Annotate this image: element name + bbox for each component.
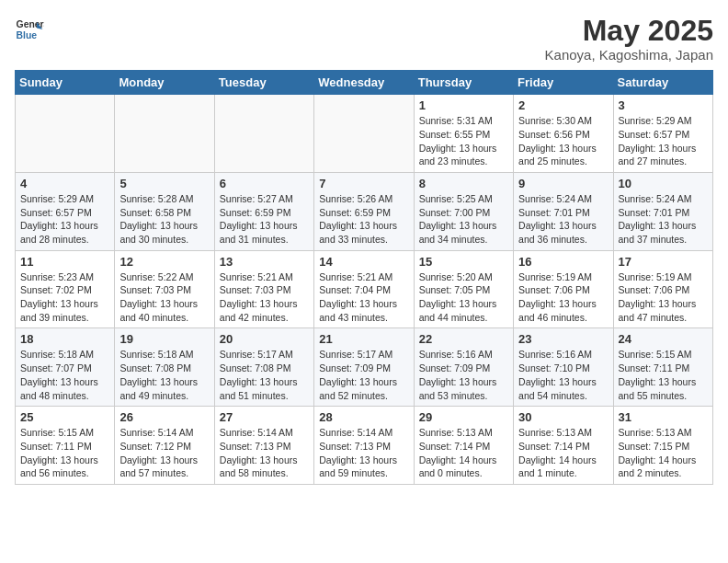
day-cell: 29Sunrise: 5:13 AM Sunset: 7:14 PM Dayli… — [414, 407, 513, 485]
day-detail: Sunrise: 5:26 AM Sunset: 6:59 PM Dayligh… — [319, 192, 408, 247]
day-number: 11 — [20, 255, 109, 269]
weekday-header-row: SundayMondayTuesdayWednesdayThursdayFrid… — [16, 71, 713, 95]
day-detail: Sunrise: 5:30 AM Sunset: 6:56 PM Dayligh… — [518, 114, 608, 168]
day-detail: Sunrise: 5:21 AM Sunset: 7:04 PM Dayligh… — [319, 270, 408, 325]
day-detail: Sunrise: 5:29 AM Sunset: 6:57 PM Dayligh… — [619, 114, 708, 168]
day-detail: Sunrise: 5:23 AM Sunset: 7:02 PM Dayligh… — [20, 270, 109, 325]
day-detail: Sunrise: 5:28 AM Sunset: 6:58 PM Dayligh… — [119, 192, 209, 247]
svg-text:Blue: Blue — [17, 30, 38, 40]
day-cell: 11Sunrise: 5:23 AM Sunset: 7:02 PM Dayli… — [16, 250, 115, 328]
title-block: May 2025 Kanoya, Kagoshima, Japan — [545, 15, 713, 63]
day-cell: 15Sunrise: 5:20 AM Sunset: 7:05 PM Dayli… — [414, 250, 513, 328]
day-cell: 21Sunrise: 5:17 AM Sunset: 7:09 PM Dayli… — [314, 328, 414, 407]
day-detail: Sunrise: 5:13 AM Sunset: 7:15 PM Dayligh… — [619, 426, 708, 480]
day-detail: Sunrise: 5:15 AM Sunset: 7:11 PM Dayligh… — [619, 348, 708, 402]
day-number: 3 — [619, 98, 708, 112]
day-cell: 26Sunrise: 5:14 AM Sunset: 7:12 PM Dayli… — [115, 407, 214, 485]
day-number: 28 — [319, 410, 408, 424]
day-cell — [214, 95, 313, 173]
weekday-header-wednesday: Wednesday — [314, 71, 414, 95]
page-header: General Blue May 2025 Kanoya, Kagoshima,… — [15, 15, 713, 63]
day-number: 25 — [20, 410, 109, 424]
day-cell — [115, 95, 214, 173]
day-number: 10 — [619, 177, 708, 190]
day-cell: 31Sunrise: 5:13 AM Sunset: 7:15 PM Dayli… — [613, 407, 712, 485]
day-detail: Sunrise: 5:24 AM Sunset: 7:01 PM Dayligh… — [518, 192, 608, 247]
day-detail: Sunrise: 5:16 AM Sunset: 7:09 PM Dayligh… — [419, 348, 508, 402]
day-detail: Sunrise: 5:18 AM Sunset: 7:08 PM Dayligh… — [119, 348, 209, 402]
day-detail: Sunrise: 5:25 AM Sunset: 7:00 PM Dayligh… — [419, 192, 508, 247]
day-number: 24 — [619, 332, 708, 346]
day-number: 1 — [419, 98, 508, 112]
day-cell: 14Sunrise: 5:21 AM Sunset: 7:04 PM Dayli… — [314, 250, 414, 328]
day-number: 19 — [119, 332, 209, 346]
day-number: 22 — [419, 332, 508, 346]
weekday-header-monday: Monday — [115, 71, 214, 95]
day-number: 30 — [518, 410, 608, 424]
location-subtitle: Kanoya, Kagoshima, Japan — [545, 47, 713, 63]
day-number: 4 — [20, 177, 109, 190]
day-number: 12 — [119, 255, 209, 269]
day-cell: 8Sunrise: 5:25 AM Sunset: 7:00 PM Daylig… — [414, 172, 513, 250]
calendar-table: SundayMondayTuesdayWednesdayThursdayFrid… — [15, 70, 713, 485]
day-detail: Sunrise: 5:14 AM Sunset: 7:13 PM Dayligh… — [220, 426, 309, 480]
day-detail: Sunrise: 5:14 AM Sunset: 7:12 PM Dayligh… — [119, 426, 209, 480]
day-number: 20 — [220, 332, 309, 346]
day-cell: 20Sunrise: 5:17 AM Sunset: 7:08 PM Dayli… — [214, 328, 313, 407]
week-row-1: 1Sunrise: 5:31 AM Sunset: 6:55 PM Daylig… — [16, 95, 713, 173]
day-number: 17 — [619, 255, 708, 269]
day-detail: Sunrise: 5:17 AM Sunset: 7:09 PM Dayligh… — [319, 348, 408, 402]
day-detail: Sunrise: 5:16 AM Sunset: 7:10 PM Dayligh… — [518, 348, 608, 402]
weekday-header-saturday: Saturday — [613, 71, 712, 95]
day-cell: 16Sunrise: 5:19 AM Sunset: 7:06 PM Dayli… — [514, 250, 613, 328]
day-detail: Sunrise: 5:15 AM Sunset: 7:11 PM Dayligh… — [20, 426, 109, 480]
day-number: 14 — [319, 255, 408, 269]
week-row-5: 25Sunrise: 5:15 AM Sunset: 7:11 PM Dayli… — [16, 407, 713, 485]
day-cell: 30Sunrise: 5:13 AM Sunset: 7:14 PM Dayli… — [514, 407, 613, 485]
day-detail: Sunrise: 5:27 AM Sunset: 6:59 PM Dayligh… — [220, 192, 309, 247]
day-cell: 24Sunrise: 5:15 AM Sunset: 7:11 PM Dayli… — [613, 328, 712, 407]
day-cell: 28Sunrise: 5:14 AM Sunset: 7:13 PM Dayli… — [314, 407, 414, 485]
day-detail: Sunrise: 5:18 AM Sunset: 7:07 PM Dayligh… — [20, 348, 109, 402]
day-number: 7 — [319, 177, 408, 190]
day-number: 13 — [220, 255, 309, 269]
day-detail: Sunrise: 5:21 AM Sunset: 7:03 PM Dayligh… — [220, 270, 309, 325]
logo: General Blue — [15, 15, 44, 44]
day-detail: Sunrise: 5:24 AM Sunset: 7:01 PM Dayligh… — [619, 192, 708, 247]
day-detail: Sunrise: 5:19 AM Sunset: 7:06 PM Dayligh… — [619, 270, 708, 325]
day-detail: Sunrise: 5:17 AM Sunset: 7:08 PM Dayligh… — [220, 348, 309, 402]
day-detail: Sunrise: 5:14 AM Sunset: 7:13 PM Dayligh… — [319, 426, 408, 480]
day-detail: Sunrise: 5:31 AM Sunset: 6:55 PM Dayligh… — [419, 114, 508, 168]
weekday-header-friday: Friday — [514, 71, 613, 95]
day-number: 9 — [518, 177, 608, 190]
day-cell: 7Sunrise: 5:26 AM Sunset: 6:59 PM Daylig… — [314, 172, 414, 250]
day-cell: 23Sunrise: 5:16 AM Sunset: 7:10 PM Dayli… — [514, 328, 613, 407]
day-detail: Sunrise: 5:13 AM Sunset: 7:14 PM Dayligh… — [419, 426, 508, 480]
weekday-header-thursday: Thursday — [414, 71, 513, 95]
day-detail: Sunrise: 5:20 AM Sunset: 7:05 PM Dayligh… — [419, 270, 508, 325]
day-cell: 3Sunrise: 5:29 AM Sunset: 6:57 PM Daylig… — [613, 95, 712, 173]
week-row-3: 11Sunrise: 5:23 AM Sunset: 7:02 PM Dayli… — [16, 250, 713, 328]
day-detail: Sunrise: 5:29 AM Sunset: 6:57 PM Dayligh… — [20, 192, 109, 247]
day-number: 16 — [518, 255, 608, 269]
day-cell: 10Sunrise: 5:24 AM Sunset: 7:01 PM Dayli… — [613, 172, 712, 250]
day-number: 15 — [419, 255, 508, 269]
day-cell: 12Sunrise: 5:22 AM Sunset: 7:03 PM Dayli… — [115, 250, 214, 328]
day-number: 27 — [220, 410, 309, 424]
week-row-4: 18Sunrise: 5:18 AM Sunset: 7:07 PM Dayli… — [16, 328, 713, 407]
day-number: 26 — [119, 410, 209, 424]
day-cell: 13Sunrise: 5:21 AM Sunset: 7:03 PM Dayli… — [214, 250, 313, 328]
day-cell — [314, 95, 414, 173]
day-cell: 22Sunrise: 5:16 AM Sunset: 7:09 PM Dayli… — [414, 328, 513, 407]
weekday-header-sunday: Sunday — [16, 71, 115, 95]
day-cell: 27Sunrise: 5:14 AM Sunset: 7:13 PM Dayli… — [214, 407, 313, 485]
day-cell: 1Sunrise: 5:31 AM Sunset: 6:55 PM Daylig… — [414, 95, 513, 173]
day-cell: 5Sunrise: 5:28 AM Sunset: 6:58 PM Daylig… — [115, 172, 214, 250]
week-row-2: 4Sunrise: 5:29 AM Sunset: 6:57 PM Daylig… — [16, 172, 713, 250]
day-cell: 4Sunrise: 5:29 AM Sunset: 6:57 PM Daylig… — [16, 172, 115, 250]
weekday-header-tuesday: Tuesday — [214, 71, 313, 95]
logo-icon: General Blue — [15, 15, 44, 44]
day-number: 2 — [518, 98, 608, 112]
day-detail: Sunrise: 5:13 AM Sunset: 7:14 PM Dayligh… — [518, 426, 608, 480]
month-year-title: May 2025 — [545, 15, 713, 47]
